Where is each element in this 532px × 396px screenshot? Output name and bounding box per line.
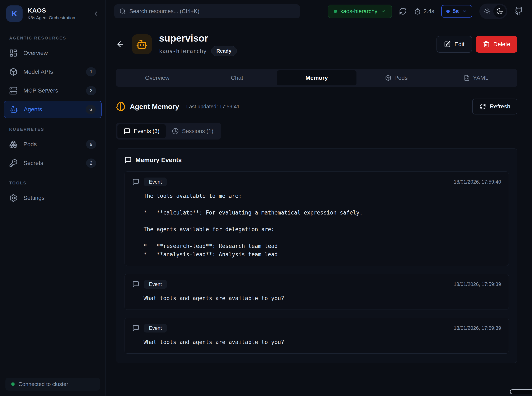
sidebar-header: K KAOS K8s Agent Orchestration [0,0,105,27]
count-badge: 9 [86,140,96,149]
event-type-badge: Event [144,280,167,289]
memory-event-item: Event 18/01/2026, 17:59:39 What tools an… [124,318,509,354]
memory-refresh-button[interactable]: Refresh [472,99,517,114]
clock-icon [172,128,179,134]
bot-icon [10,105,18,114]
memory-event-item: Event 18/01/2026, 17:59:39 What tools an… [124,274,509,310]
namespace-selector[interactable]: kaos-hierarchy [328,5,392,18]
sidebar-item-model-apis[interactable]: Model APIs 1 [4,63,102,81]
tab-overview[interactable]: Overview [117,70,197,85]
memory-events-card: Memory Events Event 18/01/2026, 17:59:40… [116,148,517,363]
tab-memory[interactable]: Memory [277,70,357,85]
dark-theme-button[interactable] [493,5,506,17]
namespace-status-dot-icon [334,10,337,13]
message-square-icon [132,281,139,288]
chevron-down-icon [381,9,386,14]
page-title: supervisor [159,33,237,44]
app-logo-letter: K [12,10,17,18]
count-badge: 6 [86,105,96,114]
sidebar-collapse-button[interactable] [92,10,99,17]
refresh-interval-selector[interactable]: 5s [441,5,472,17]
horizontal-scrollbar-thumb[interactable] [510,389,532,394]
sidebar-item-agents[interactable]: Agents 6 [4,101,102,118]
tab-sessions[interactable]: Sessions (1) [166,124,220,138]
count-badge: 2 [86,158,96,168]
agent-tabs: Overview Chat Memory Pods YAML [116,69,517,87]
sidebar-item-label: MCP Servers [23,87,58,94]
memory-title: Agent Memory [130,103,179,111]
trash-icon [483,41,490,48]
event-type-badge: Event [144,324,167,332]
sidebar-item-label: Secrets [23,160,43,166]
gear-icon [9,194,18,202]
tab-label: Memory [305,75,328,81]
sidebar-item-secrets[interactable]: Secrets 2 [4,154,102,172]
theme-toggle [479,4,507,19]
sidebar-item-mcp-servers[interactable]: MCP Servers 2 [4,82,102,99]
edit-button[interactable]: Edit [437,36,472,53]
event-timestamp: 18/01/2026, 17:59:39 [454,325,501,331]
message-square-icon [132,325,139,332]
count-badge: 1 [86,67,96,76]
back-button[interactable] [116,40,125,49]
moon-icon [496,8,503,15]
cluster-status: Connected to cluster [6,378,100,390]
sidebar-item-pods[interactable]: Pods 9 [4,135,102,153]
sidebar-item-label: Settings [23,195,45,201]
sidebar-item-settings[interactable]: Settings [4,189,102,207]
refresh-button[interactable] [399,7,407,15]
tab-chat[interactable]: Chat [197,70,277,85]
box-icon [385,75,391,81]
message-square-icon [132,178,139,186]
tab-pods[interactable]: Pods [357,70,436,85]
event-header: Event 18/01/2026, 17:59:39 [132,324,501,332]
sidebar-item-overview[interactable]: Overview [4,44,102,62]
topbar: kaos-hierarchy 2.4s 5s [105,0,532,23]
github-link[interactable] [514,7,523,16]
edit-button-label: Edit [455,41,464,48]
sun-icon [484,8,491,15]
tab-label: Chat [231,75,243,81]
message-square-icon [124,128,130,134]
dashboard-icon [9,49,18,57]
search-input[interactable] [114,4,300,18]
memory-header: Agent Memory Last updated: 17:59:41 Refr… [116,99,517,114]
count-badge: 2 [86,86,96,95]
github-icon [514,7,523,16]
box-icon [9,68,18,76]
tab-label: Pods [394,75,408,81]
memory-view-toggle: Events (3) Sessions (1) [116,123,221,140]
refresh-button-label: Refresh [490,103,510,110]
page-namespace: kaos-hierarchy [159,48,207,54]
delete-button[interactable]: Delete [476,36,517,53]
section-label-tools: TOOLS [9,181,105,186]
event-timestamp: 18/01/2026, 17:59:40 [454,179,501,185]
bot-icon [136,38,148,50]
event-body: What tools and agents are available to y… [144,338,501,346]
tab-sessions-label: Sessions (1) [182,128,213,134]
light-theme-button[interactable] [481,5,493,17]
card-title: Memory Events [135,157,182,163]
sidebar-item-label: Pods [23,141,37,148]
delete-button-label: Delete [493,41,510,48]
message-square-icon [124,157,132,163]
status-dot-icon [11,382,15,386]
section-label-kubernetes: KUBERNETES [9,127,105,132]
page-title-block: supervisor kaos-hierarchy Ready [159,33,237,56]
sidebar-item-label: Overview [23,50,48,56]
tab-yaml[interactable]: YAML [436,70,516,85]
key-icon [9,159,18,167]
arrow-left-icon [116,40,125,49]
tab-events[interactable]: Events (3) [117,124,166,138]
status-badge: Ready [211,46,237,56]
event-header: Event 18/01/2026, 17:59:40 [132,178,501,186]
event-type-badge: Event [144,178,167,186]
event-header: Event 18/01/2026, 17:59:39 [132,280,501,289]
search-icon [119,8,126,15]
page-subtitle-row: kaos-hierarchy Ready [159,46,237,56]
tab-label: Overview [145,75,170,81]
tab-events-label: Events (3) [134,128,159,134]
event-body: The tools available to me are: * **calcu… [144,192,501,259]
memory-last-updated: Last updated: 17:59:41 [186,104,240,110]
stopwatch-icon [414,8,421,15]
